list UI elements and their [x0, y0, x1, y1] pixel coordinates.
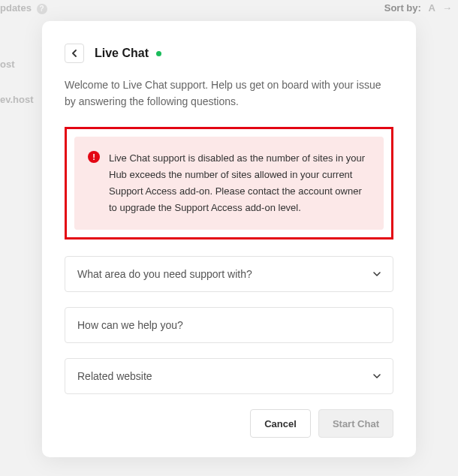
chevron-down-icon — [373, 372, 381, 380]
alert-highlight-border: ! Live Chat support is disabled as the n… — [65, 127, 393, 240]
start-chat-button[interactable]: Start Chat — [318, 409, 393, 438]
help-input-placeholder: How can we help you? — [77, 319, 183, 331]
modal-title-wrap: Live Chat — [95, 47, 161, 60]
chevron-down-icon — [373, 270, 381, 278]
alert-error-icon: ! — [88, 151, 100, 163]
modal-footer: Cancel Start Chat — [65, 409, 393, 438]
back-button[interactable] — [65, 44, 84, 63]
start-chat-button-label: Start Chat — [333, 418, 379, 429]
alert-box: ! Live Chat support is disabled as the n… — [74, 137, 384, 230]
help-input[interactable]: How can we help you? — [65, 307, 393, 343]
cancel-button[interactable]: Cancel — [250, 409, 311, 438]
modal-title: Live Chat — [95, 47, 149, 59]
modal-intro-text: Welcome to Live Chat support. Help us ge… — [65, 77, 393, 110]
cancel-button-label: Cancel — [264, 418, 297, 429]
related-website-select[interactable]: Related website — [65, 358, 393, 394]
related-website-label: Related website — [77, 370, 152, 382]
status-online-icon — [156, 51, 161, 56]
live-chat-modal: Live Chat Welcome to Live Chat support. … — [42, 21, 416, 457]
modal-header: Live Chat — [65, 44, 393, 63]
chevron-left-icon — [72, 50, 77, 57]
support-area-select[interactable]: What area do you need support with? — [65, 256, 393, 292]
alert-message: Live Chat support is disabled as the num… — [109, 150, 370, 216]
support-area-label: What area do you need support with? — [77, 268, 252, 280]
